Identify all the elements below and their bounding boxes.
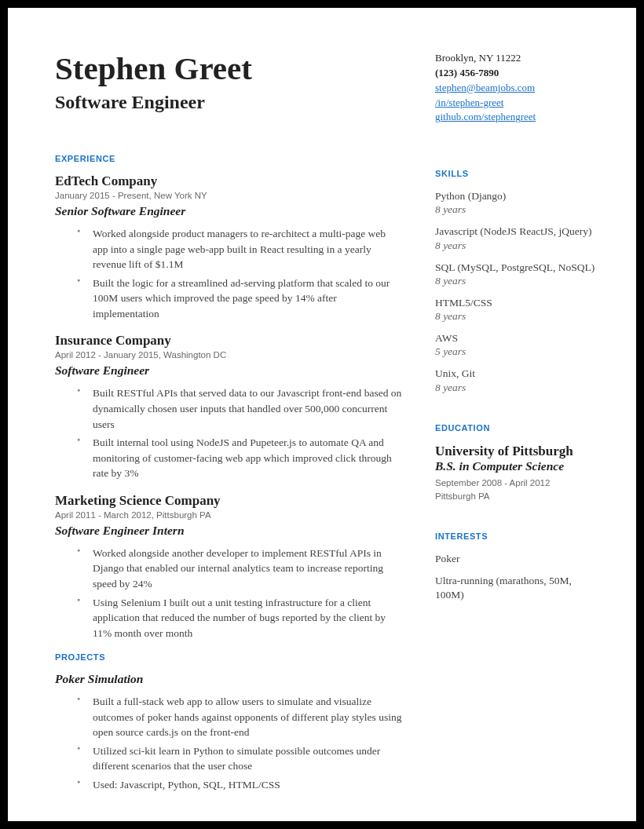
interests-header: INTERESTS — [435, 531, 598, 541]
experience-header: EXPERIENCE — [55, 154, 405, 163]
interest-item: Ultra-running (marathons, 50M, 100M) — [435, 574, 598, 602]
bullet-list: Built RESTful APIs that served data to o… — [55, 385, 405, 480]
skills-header: SKILLS — [435, 169, 598, 178]
project-name: Poker Simulation — [55, 672, 405, 686]
company-name: EdTech Company — [55, 173, 405, 189]
resume-page: Stephen Greet Software Engineer EXPERIEN… — [0, 0, 644, 829]
bullet-item: Built internal tool using NodeJS and Pup… — [93, 435, 405, 481]
main-column: Stephen Greet Software Engineer EXPERIEN… — [55, 51, 405, 790]
contact-email-link[interactable]: stephen@beamjobs.com — [435, 82, 535, 93]
interest-item: Poker — [435, 552, 598, 566]
company-name: Insurance Company — [55, 333, 405, 349]
job-title: Software Engineer Intern — [55, 524, 405, 538]
bullet-list: Built a full-stack web app to allow user… — [55, 694, 405, 792]
bullet-list: Worked alongside product managers to re-… — [55, 226, 405, 321]
bullet-list: Worked alongside another developer to im… — [55, 546, 405, 641]
job-dates: January 2015 - Present, New York NY — [55, 191, 405, 200]
bullet-item: Built RESTful APIs that served data to o… — [93, 385, 405, 432]
bullet-item: Worked alongside product managers to re-… — [93, 226, 405, 272]
skill-duration: 8 years — [435, 203, 598, 216]
skill-duration: 5 years — [435, 345, 598, 358]
bullet-item: Utilized sci-kit learn in Python to simu… — [93, 743, 405, 774]
contact-linkedin-link[interactable]: /in/stephen-greet — [435, 97, 503, 108]
contact-github-link[interactable]: github.com/stephengreet — [435, 111, 536, 122]
contact-location: Brooklyn, NY 11222 — [435, 51, 598, 66]
job-dates: April 2011 - March 2012, Pittsburgh PA — [55, 510, 405, 520]
contact-phone: (123) 456-7890 — [435, 66, 598, 81]
skill-name: Unix, Git — [435, 367, 598, 381]
side-column: Brooklyn, NY 11222 (123) 456-7890 stephe… — [435, 51, 598, 790]
skill-duration: 8 years — [435, 310, 598, 323]
projects-header: PROJECTS — [55, 652, 405, 662]
job-title: Senior Software Engineer — [55, 204, 405, 218]
education-dates: September 2008 - April 2012 — [435, 477, 598, 490]
education-location: Pittsburgh PA — [435, 490, 598, 503]
education-header: EDUCATION — [435, 423, 598, 433]
skill-name: HTML5/CSS — [435, 296, 598, 310]
job-title: Software Engineer — [55, 363, 405, 378]
bullet-item: Built the logic for a streamlined ad-ser… — [93, 276, 405, 322]
job-dates: April 2012 - January 2015, Washington DC — [55, 350, 405, 360]
skill-duration: 8 years — [435, 382, 598, 394]
skill-name: Python (Django) — [435, 189, 598, 203]
bullet-item: Used: Javascript, Python, SQL, HTML/CSS — [93, 777, 405, 793]
candidate-title: Software Engineer — [55, 92, 405, 113]
education-degree: B.S. in Computer Science — [435, 459, 598, 473]
bullet-item: Worked alongside another developer to im… — [93, 546, 405, 592]
candidate-name: Stephen Greet — [55, 51, 405, 86]
bullet-item: Using Selenium I built out a unit testin… — [93, 595, 405, 641]
skill-duration: 8 years — [435, 239, 598, 252]
skill-name: SQL (MySQL, PostgreSQL, NoSQL) — [435, 261, 598, 275]
education-meta: September 2008 - April 2012 Pittsburgh P… — [435, 477, 598, 504]
company-name: Marketing Science Company — [55, 493, 405, 509]
skill-duration: 8 years — [435, 275, 598, 287]
skill-name: AWS — [435, 331, 598, 345]
bullet-item: Built a full-stack web app to allow user… — [93, 694, 405, 740]
education-school: University of Pittsburgh — [435, 444, 598, 459]
skill-name: Javascript (NodeJS ReactJS, jQuery) — [435, 225, 598, 239]
contact-block: Brooklyn, NY 11222 (123) 456-7890 stephe… — [435, 51, 598, 125]
